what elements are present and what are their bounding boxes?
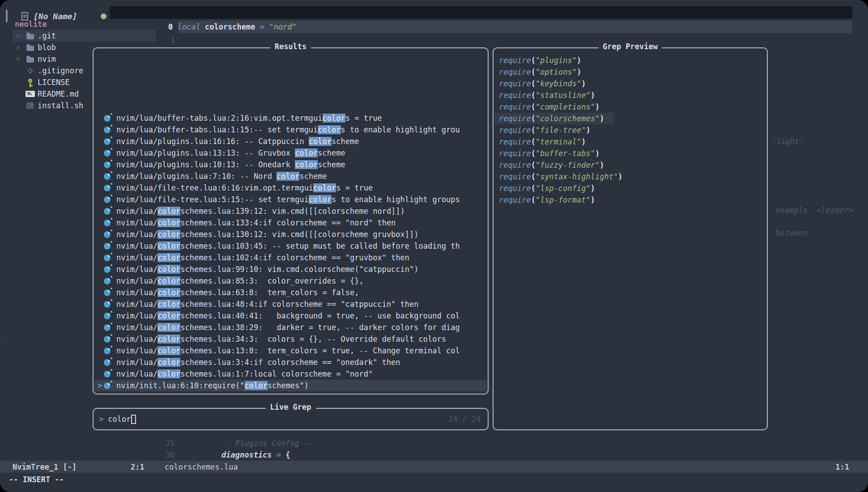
license-key-icon (28, 79, 32, 83)
lua-file-icon (104, 359, 111, 366)
result-row[interactable]: nvim/lua/buffer-tabs.lua:2:16:vim.opt.te… (94, 112, 487, 124)
result-row[interactable]: nvim/lua/colorschemes.lua:102:4:if color… (94, 252, 487, 263)
selection-caret-icon: > (98, 381, 102, 390)
line-number: 1 (170, 35, 175, 44)
result-row[interactable]: nvim/lua/colorschemes.lua:63:8: term_col… (94, 287, 487, 298)
result-row[interactable]: nvim/lua/colorschemes.lua:133:4:if color… (94, 217, 487, 229)
statusline-right-position: 1:1 (835, 462, 849, 471)
result-text: nvim/lua/colorschemes.lua:99:10: vim.cmd… (116, 265, 419, 274)
result-row[interactable]: nvim/lua/colorschemes.lua:3:4:if colorsc… (94, 356, 487, 368)
result-text: nvim/lua/plugins.lua:7:10: -- Nord color… (116, 172, 327, 181)
result-row[interactable]: nvim/lua/colorschemes.lua:40:41: backgro… (94, 310, 487, 322)
result-text: nvim/lua/colorschemes.lua:48:4:if colors… (116, 300, 419, 309)
live-grep-input[interactable]: > color (99, 409, 482, 429)
file-name-label: blob (38, 43, 56, 52)
sidebar-item--git[interactable]: >.git (13, 30, 156, 42)
result-row[interactable]: nvim/lua/plugins.lua:16:16: -- Catppucci… (94, 136, 487, 147)
file-name-label: install.sh (38, 101, 83, 110)
chevron-right-icon[interactable]: > (16, 55, 20, 63)
grep-preview-panel[interactable]: Grep Preview require("plugins")require("… (493, 47, 768, 430)
sidebar-root-title: neolite (15, 18, 47, 30)
require-keyword: require (499, 161, 531, 170)
empty-line-tilde: ~ (5, 349, 10, 361)
results-panel-title: Results (270, 42, 311, 51)
match-highlight: color (295, 148, 318, 157)
background-text-between: between (775, 227, 808, 239)
preview-line: require("colorschemes") (494, 113, 614, 124)
result-row[interactable]: nvim/lua/colorschemes.lua:38:29: darker … (94, 322, 487, 333)
module-string: "completions" (536, 102, 595, 111)
module-string: "terminal" (536, 137, 581, 146)
result-text: nvim/lua/colorschemes.lua:130:12: vim.cm… (116, 230, 419, 239)
grep-preview-panel-title: Grep Preview (598, 42, 662, 51)
result-row[interactable]: nvim/lua/colorschemes.lua:99:10: vim.cmd… (94, 263, 487, 275)
result-text: nvim/lua/plugins.lua:13:13: -- Gruvbox c… (116, 148, 345, 157)
preview-line: require("options") (494, 66, 581, 78)
match-highlight: color (318, 125, 340, 134)
lua-file-icon (104, 196, 111, 203)
preview-line: require("lsp-config") (494, 182, 595, 194)
lua-file-icon (104, 313, 111, 319)
statusline: NvimTree_1 [-] 2:1 colorschemes.lua 1:1 (0, 461, 868, 473)
result-row[interactable]: nvim/lua/plugins.lua:10:13: -- Onedark c… (94, 159, 487, 170)
folder-icon (26, 57, 34, 63)
match-highlight: color (157, 346, 180, 355)
result-row[interactable]: nvim/lua/colorschemes.lua:103:45: -- set… (94, 240, 487, 252)
lua-file-icon (104, 231, 111, 238)
result-row[interactable]: >nvim/init.lua:6:10:require("colorscheme… (94, 380, 487, 391)
preview-line: require("lsp-format") (494, 194, 595, 206)
lua-file-icon (104, 243, 111, 250)
result-text: nvim/init.lua:6:10:require("colorschemes… (116, 381, 309, 390)
lua-file-icon (104, 173, 111, 180)
git-file-icon (27, 68, 33, 74)
result-row[interactable]: nvim/lua/file-tree.lua:5:15:-- set termg… (94, 194, 487, 205)
result-row[interactable]: nvim/lua/plugins.lua:13:13: -- Gruvbox c… (94, 147, 487, 159)
result-text: nvim/lua/buffer-tabs.lua:1:15:-- set ter… (116, 125, 460, 134)
code-text: diagnostics = { (221, 450, 290, 459)
match-highlight: color (245, 381, 268, 390)
result-row[interactable]: nvim/lua/colorschemes.lua:34:3: colors =… (94, 333, 487, 345)
empty-line-tilde: ~ (5, 281, 10, 293)
match-highlight: color (157, 369, 180, 378)
chevron-right-icon[interactable]: > (16, 32, 20, 40)
results-panel[interactable]: Results nvim/lua/buffer-tabs.lua:2:16:vi… (93, 47, 489, 394)
file-name-label: LICENSE (38, 78, 70, 87)
result-row[interactable]: nvim/lua/plugins.lua:7:10: -- Nord color… (94, 170, 487, 182)
lua-file-icon (104, 371, 111, 377)
preview-line: require("terminal") (494, 136, 586, 148)
require-keyword: require (499, 68, 531, 76)
module-string: "syntax-highlight" (536, 172, 618, 181)
statusline-cursor-position: 2:1 (131, 462, 145, 471)
match-highlight: color (157, 276, 180, 285)
lua-file-icon (104, 289, 111, 296)
match-highlight: color (157, 311, 180, 320)
match-highlight: color (157, 242, 180, 250)
tabline-bar (110, 6, 852, 19)
match-highlight: color (157, 335, 180, 344)
match-highlight: color (313, 183, 336, 192)
result-row[interactable]: nvim/lua/colorschemes.lua:1:7:local colo… (94, 368, 487, 380)
result-row[interactable]: nvim/lua/colorschemes.lua:13:8: term_col… (94, 345, 487, 356)
match-highlight: color (157, 265, 180, 274)
buffer-line-35: 35 -- Plugins Config -- (0, 437, 868, 449)
file-name-label: nvim (38, 55, 56, 64)
result-row[interactable]: nvim/lua/file-tree.lua:6:16:vim.opt.term… (94, 182, 487, 194)
module-string: "buffer-tabs" (536, 149, 595, 158)
lua-file-icon (104, 185, 111, 191)
result-row[interactable]: nvim/lua/buffer-tabs.lua:1:15:-- set ter… (94, 124, 487, 136)
live-grep-panel[interactable]: Live Grep > color 24 / 24 (93, 408, 489, 430)
chevron-right-icon[interactable]: > (16, 43, 20, 51)
result-row[interactable]: nvim/lua/colorschemes.lua:139:12: vim.cm… (94, 205, 487, 217)
tab-accent-bar (6, 9, 8, 22)
operator-equals: = (260, 22, 264, 31)
result-row[interactable]: nvim/lua/colorschemes.lua:85:3: color_ov… (94, 275, 487, 287)
require-keyword: require (499, 91, 531, 100)
file-name-label: README.md (38, 89, 79, 98)
module-string: "plugins" (536, 56, 577, 65)
file-name-label: .git (38, 31, 56, 40)
string-nord: "nord" (269, 22, 296, 31)
result-row[interactable]: nvim/lua/colorschemes.lua:130:12: vim.cm… (94, 229, 487, 240)
result-row[interactable]: nvim/lua/colorschemes.lua:48:4:if colors… (94, 298, 487, 310)
module-string: "keybinds" (536, 79, 581, 88)
lua-file-icon (104, 208, 111, 215)
